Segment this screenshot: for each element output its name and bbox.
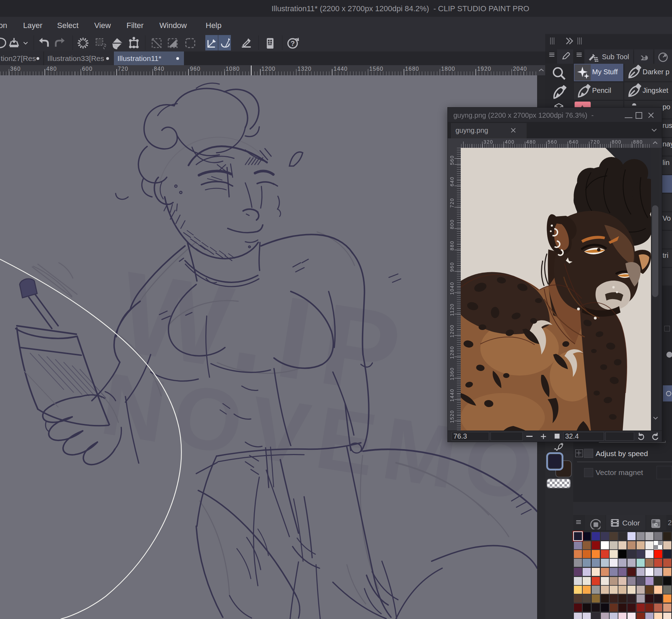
svg-text:?: ? [290,40,295,47]
